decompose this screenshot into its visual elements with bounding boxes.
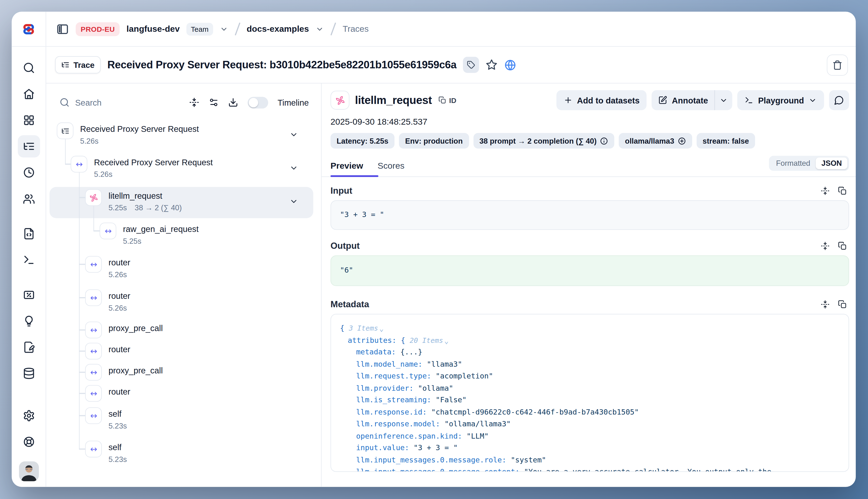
list-tree-icon — [61, 61, 70, 69]
add-to-datasets-button[interactable]: Add to datasets — [557, 90, 647, 110]
node-name: router — [109, 387, 131, 396]
tree-row[interactable]: raw_gen_ai_request5.25s — [46, 219, 321, 253]
annotate-button[interactable]: Annotate — [652, 90, 714, 110]
tree-row[interactable]: router — [46, 383, 321, 404]
home-icon — [23, 88, 35, 100]
token-usage-badge[interactable]: 38 prompt → 2 completion (∑ 40) — [473, 133, 614, 149]
arrow-left-right-icon — [104, 227, 112, 235]
sidebar-toggle-icon[interactable] — [56, 23, 69, 35]
input-section-title: Input — [331, 186, 352, 196]
sidebar-item-datasets[interactable] — [17, 362, 40, 385]
active-tab-indicator — [331, 175, 378, 177]
tree-search-input[interactable] — [75, 98, 184, 107]
app-logo[interactable] — [12, 12, 46, 46]
copy-icon[interactable] — [838, 186, 847, 195]
file-pen-icon — [23, 341, 35, 353]
tree-row[interactable]: self5.23s — [46, 437, 321, 471]
project-chevron-down-icon[interactable] — [316, 25, 324, 33]
json-line: llm.request.type: "acompletion" — [340, 370, 840, 382]
metadata-json-viewer: { 3 Items⌄ attributes: { 20 Items⌄ metad… — [331, 314, 849, 472]
fold-vertical-icon[interactable] — [821, 186, 830, 195]
trace-type-badge[interactable]: Trace — [55, 56, 100, 74]
metadata-section-title: Metadata — [331, 299, 369, 309]
tree-row[interactable]: router5.26s — [46, 286, 321, 319]
collapse-chevron-icon[interactable] — [290, 197, 298, 206]
tree-row[interactable]: router5.26s — [46, 253, 321, 286]
timeline-toggle[interactable] — [247, 97, 268, 108]
span-node-icon — [85, 256, 102, 272]
fold-vertical-icon[interactable] — [821, 242, 830, 251]
sidebar-item-home[interactable] — [17, 83, 40, 105]
collapse-chevron-icon[interactable] — [290, 130, 298, 139]
span-node-icon — [85, 441, 102, 458]
json-line[interactable]: attributes: { 20 Items⌄ — [340, 334, 840, 346]
delete-trace-button[interactable] — [827, 54, 848, 75]
sidebar-item-settings[interactable] — [17, 404, 40, 427]
tree-row[interactable]: router — [46, 340, 321, 362]
fold-vertical-icon[interactable] — [821, 300, 830, 309]
annotate-dropdown-button[interactable] — [715, 90, 733, 110]
copy-id-button[interactable]: ID — [439, 96, 456, 105]
square-pen-icon — [659, 96, 667, 105]
breadcrumb-section[interactable]: Traces — [343, 24, 369, 34]
sidebar-item-dashboards[interactable] — [17, 109, 40, 131]
public-share-button[interactable] — [504, 59, 516, 71]
tree-row-selected[interactable]: litellm_request5.25s38 → 2 (∑ 40) — [46, 186, 321, 219]
sidebar-item-sessions[interactable] — [17, 161, 40, 184]
sidebar-item-traces[interactable] — [17, 135, 40, 158]
comments-button[interactable] — [829, 90, 849, 110]
tag-button[interactable] — [463, 57, 479, 73]
list-tree-icon — [23, 140, 35, 153]
copy-icon[interactable] — [838, 300, 847, 309]
chevron-down-icon — [809, 96, 817, 105]
annotate-label: Annotate — [672, 96, 708, 105]
json-line[interactable]: { 3 Items⌄ — [340, 322, 840, 334]
tree-row[interactable]: Received Proxy Server Request5.26s — [46, 153, 321, 186]
bookmark-star-button[interactable] — [486, 59, 498, 71]
sidebar-item-support[interactable] — [17, 431, 40, 453]
sidebar-item-annotations[interactable] — [17, 336, 40, 358]
sidebar-item-evaluation[interactable] — [17, 284, 40, 306]
copy-icon[interactable] — [838, 242, 847, 251]
node-duration: 5.23s — [109, 420, 127, 432]
sidebar-item-prompts[interactable] — [17, 222, 40, 245]
sidebar-item-insights[interactable] — [17, 310, 40, 332]
fold-vertical-icon[interactable] — [189, 97, 199, 108]
tree-row[interactable]: proxy_pre_call — [46, 319, 321, 341]
json-line[interactable]: metadata: {...} — [340, 346, 840, 358]
node-name: self — [109, 442, 122, 452]
download-icon[interactable] — [228, 97, 238, 108]
view-settings-icon[interactable] — [209, 97, 219, 108]
collapse-chevron-icon[interactable] — [290, 163, 298, 172]
trace-tree-panel: Timeline — [46, 84, 322, 487]
playground-button[interactable]: Playground — [737, 90, 824, 110]
user-avatar[interactable] — [19, 461, 38, 481]
tree-row[interactable]: proxy_pre_call — [46, 362, 321, 383]
project-name[interactable]: docs-examples — [247, 24, 309, 34]
node-duration: 5.26s — [94, 169, 112, 181]
org-chevron-down-icon[interactable] — [220, 25, 228, 33]
generation-icon — [331, 91, 350, 110]
node-name: self — [109, 409, 122, 418]
sidebar-item-search[interactable] — [17, 57, 40, 79]
arrow-left-right-icon — [89, 260, 98, 268]
tree-row[interactable]: self5.23s — [46, 404, 321, 437]
latency-badge: Latency: 5.25s — [331, 133, 394, 149]
preview-content: Input "3 + 3 = " Output — [331, 177, 849, 487]
org-name[interactable]: langfuse-dev — [126, 24, 180, 34]
observation-badges: Latency: 5.25s Env: production 38 prompt… — [331, 133, 849, 149]
generation-node-icon — [85, 189, 102, 206]
database-icon — [23, 367, 35, 379]
plus-circle-icon — [678, 137, 686, 145]
tab-scores[interactable]: Scores — [378, 161, 405, 171]
json-line: llm.response.model: "ollama/llama3" — [340, 418, 840, 430]
observation-detail-panel: litellm_request ID Add to datasets — [322, 84, 856, 487]
sidebar-item-playground[interactable] — [17, 249, 40, 271]
tree-row[interactable]: Received Proxy Server Request5.26s — [46, 119, 321, 153]
view-json-option[interactable]: JSON — [816, 158, 847, 169]
view-formatted-option[interactable]: Formatted — [771, 158, 816, 169]
env-badge: Env: production — [399, 133, 469, 149]
model-badge[interactable]: ollama/llama3 — [619, 133, 692, 149]
sidebar-item-users[interactable] — [17, 187, 40, 210]
tab-preview[interactable]: Preview — [331, 161, 363, 171]
